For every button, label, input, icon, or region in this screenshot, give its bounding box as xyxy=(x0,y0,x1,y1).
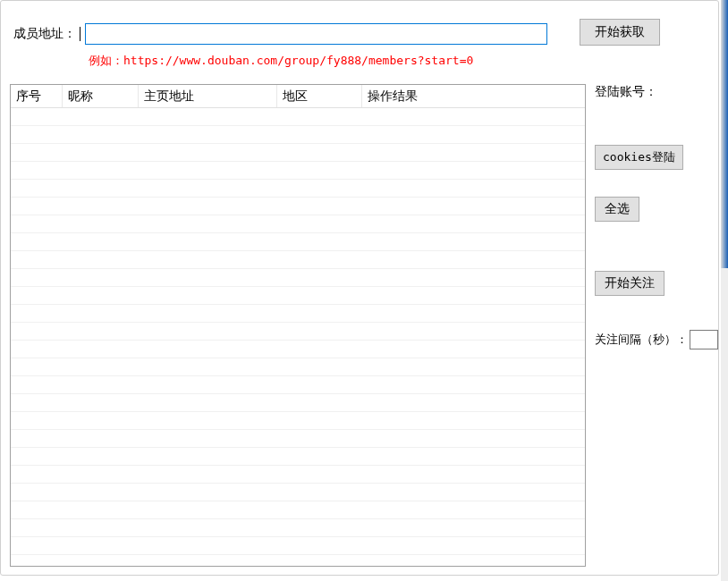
table-body[interactable] xyxy=(11,108,585,566)
col-header-result[interactable]: 操作结果 xyxy=(362,85,585,107)
right-panel: 登陆账号： cookies登陆 全选 开始关注 关注间隔（秒）： xyxy=(595,84,711,349)
main-panel: 成员地址： 开始获取 例如：https://www.douban.com/gro… xyxy=(0,0,719,576)
col-header-index[interactable]: 序号 xyxy=(11,85,63,107)
interval-row: 关注间隔（秒）： xyxy=(595,330,711,349)
start-follow-button[interactable]: 开始关注 xyxy=(595,271,665,296)
table-row xyxy=(11,323,585,341)
col-header-nickname[interactable]: 昵称 xyxy=(63,85,139,107)
table-row xyxy=(11,251,585,269)
text-caret-icon xyxy=(80,27,80,41)
cookies-login-button[interactable]: cookies登陆 xyxy=(595,145,683,170)
table-row xyxy=(11,269,585,287)
table-row xyxy=(11,519,585,537)
table-row xyxy=(11,108,585,126)
col-header-homepage[interactable]: 主页地址 xyxy=(139,85,277,107)
interval-input[interactable] xyxy=(690,330,718,349)
table-row xyxy=(11,501,585,519)
results-table: 序号 昵称 主页地址 地区 操作结果 xyxy=(10,84,586,567)
table-row xyxy=(11,233,585,251)
col-header-region[interactable]: 地区 xyxy=(277,85,362,107)
table-row xyxy=(11,412,585,430)
window-edge-icon xyxy=(721,268,728,581)
login-account-label: 登陆账号： xyxy=(595,84,711,100)
table-row xyxy=(11,215,585,233)
table-row xyxy=(11,341,585,358)
table-row xyxy=(11,305,585,323)
table-row xyxy=(11,448,585,466)
window-scrollbar[interactable] xyxy=(721,0,728,581)
table-row xyxy=(11,162,585,180)
table-row xyxy=(11,144,585,162)
table-row xyxy=(11,430,585,448)
table-row xyxy=(11,126,585,144)
member-url-label: 成员地址： xyxy=(13,26,76,42)
table-row xyxy=(11,180,585,198)
table-row xyxy=(11,376,585,394)
table-row xyxy=(11,484,585,501)
table-row xyxy=(11,537,585,555)
table-header: 序号 昵称 主页地址 地区 操作结果 xyxy=(11,85,585,108)
member-url-input[interactable] xyxy=(85,23,547,45)
table-row xyxy=(11,394,585,412)
table-row xyxy=(11,466,585,484)
select-all-button[interactable]: 全选 xyxy=(595,197,639,222)
start-fetch-button[interactable]: 开始获取 xyxy=(580,19,660,46)
table-row xyxy=(11,358,585,376)
table-row xyxy=(11,287,585,305)
example-text: 例如：https://www.douban.com/group/fy888/me… xyxy=(89,53,473,69)
table-row xyxy=(11,198,585,215)
interval-label: 关注间隔（秒）： xyxy=(595,332,688,348)
